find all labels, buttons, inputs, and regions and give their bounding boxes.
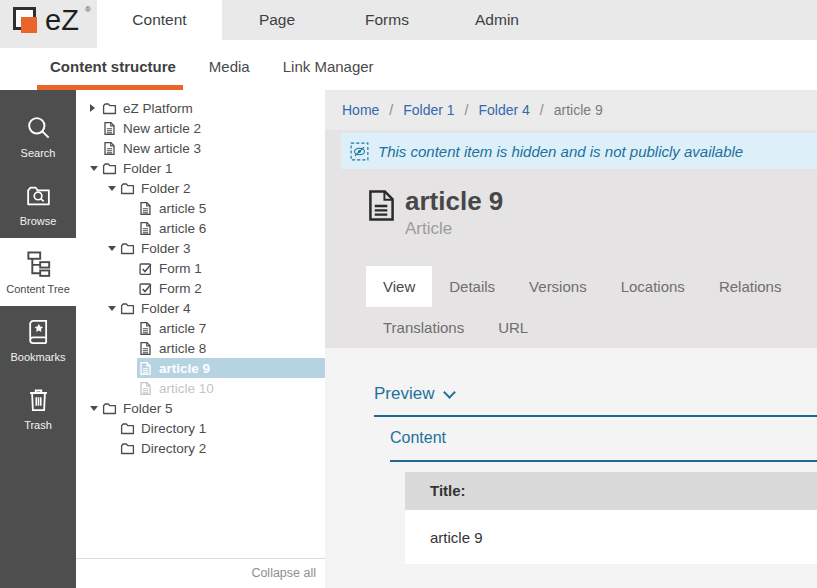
article-icon [368, 189, 395, 222]
field-name-title: Title: [405, 472, 817, 510]
breadcrumb-home[interactable]: Home [342, 102, 379, 118]
article-icon [102, 121, 117, 136]
top-tab-forms[interactable]: Forms [332, 0, 442, 40]
tree-item-content: article 6 [137, 218, 325, 238]
tree-item[interactable]: Folder 2 [76, 178, 325, 198]
tree-item-content: New article 3 [101, 138, 325, 158]
tree-item[interactable]: article 8 [76, 338, 325, 358]
tree-item-content: Form 2 [137, 278, 325, 298]
tree-item[interactable]: Folder 4 [76, 298, 325, 318]
logo-text: eZ [45, 4, 79, 37]
view-section: Preview Content Title: article 9 [325, 348, 817, 588]
article-icon [138, 221, 153, 236]
sidebar-item-label: Bookmarks [0, 351, 76, 363]
breadcrumb-folder-4[interactable]: Folder 4 [479, 102, 530, 118]
content-tree: eZ PlatformNew article 2New article 3Fol… [76, 90, 325, 458]
content-tab-bar: ViewDetailsVersionsLocationsRelationsTra… [325, 266, 817, 348]
hidden-eye-icon [350, 142, 369, 161]
content-tab-relations[interactable]: Relations [702, 266, 799, 307]
tree-item[interactable]: article 5 [76, 198, 325, 218]
tree-item-label: article 8 [159, 341, 206, 356]
browse-icon [25, 182, 52, 209]
content-tab-versions[interactable]: Versions [512, 266, 604, 307]
sidebar-item-label: Trash [0, 419, 76, 431]
tree-down-arrow-icon[interactable] [90, 166, 101, 171]
field-table: Title: article 9 [405, 472, 817, 564]
main-tab-bar: ContentPageFormsAdmin [97, 0, 552, 58]
tree-item[interactable]: Directory 1 [76, 418, 325, 438]
breadcrumb-folder-1[interactable]: Folder 1 [403, 102, 454, 118]
tree-item-content: article 8 [137, 338, 325, 358]
tree-item-label: article 5 [159, 201, 206, 216]
tree-item[interactable]: Form 2 [76, 278, 325, 298]
preview-toggle[interactable]: Preview [374, 384, 817, 417]
tree-item[interactable]: Form 1 [76, 258, 325, 278]
content-type-label: Article [405, 219, 503, 239]
top-tab-content[interactable]: Content [97, 0, 222, 58]
article-icon [138, 321, 153, 336]
sidebar-item-browse[interactable]: Browse [0, 170, 76, 238]
tree-item[interactable]: article 9 [76, 358, 325, 378]
tree-item-label: eZ Platform [123, 101, 193, 116]
tree-item-content: article 5 [137, 198, 325, 218]
tree-item-content: Folder 3 [119, 238, 325, 258]
sidebar-item-trash[interactable]: Trash [0, 374, 76, 442]
folder-icon [120, 241, 135, 256]
tree-item-label: Folder 2 [141, 181, 191, 196]
folder-icon [102, 161, 117, 176]
folder-icon [120, 441, 135, 456]
content-tab-url[interactable]: URL [481, 307, 545, 348]
collapse-all-button[interactable]: Collapse all [251, 566, 316, 580]
sidebar-item-label: Browse [0, 215, 76, 227]
content-tab-translations[interactable]: Translations [366, 307, 481, 348]
tree-down-arrow-icon[interactable] [108, 246, 119, 251]
sidebar-item-search[interactable]: Search [0, 102, 76, 170]
form-icon [138, 261, 153, 276]
tree-item[interactable]: eZ Platform [76, 98, 325, 118]
bookmarks-icon [25, 318, 52, 345]
tree-item[interactable]: article 10 [76, 378, 325, 398]
article-icon [138, 201, 153, 216]
folder-icon [120, 181, 135, 196]
tree-item-label: Directory 1 [141, 421, 206, 436]
sidebar-item-bookmarks[interactable]: Bookmarks [0, 306, 76, 374]
tree-item[interactable]: Folder 3 [76, 238, 325, 258]
ez-logo[interactable]: eZ ® [0, 0, 97, 48]
form-icon [138, 281, 153, 296]
top-tab-page[interactable]: Page [222, 0, 332, 40]
breadcrumb-separator: / [540, 102, 544, 118]
tree-item[interactable]: Folder 1 [76, 158, 325, 178]
tree-item-label: Folder 3 [141, 241, 191, 256]
tree-item-label: article 9 [159, 361, 210, 376]
tree-item[interactable]: article 6 [76, 218, 325, 238]
top-tab-admin[interactable]: Admin [442, 0, 552, 40]
tree-item[interactable]: Folder 5 [76, 398, 325, 418]
tree-item[interactable]: article 7 [76, 318, 325, 338]
title-block: article 9 Article [368, 186, 817, 239]
tree-item-label: article 7 [159, 321, 206, 336]
sidebar-item-label: Content Tree [0, 283, 76, 295]
content-section-header: Content [390, 429, 817, 462]
sidebar-item-content-tree[interactable]: Content Tree [0, 238, 76, 306]
tree-down-arrow-icon[interactable] [90, 406, 101, 411]
tree-item[interactable]: New article 2 [76, 118, 325, 138]
hidden-content-notice: This content item is hidden and is not p… [341, 133, 817, 169]
breadcrumb: Home/Folder 1/Folder 4/article 9 [325, 90, 817, 130]
tree-item[interactable]: Directory 2 [76, 438, 325, 458]
tree-item-label: Form 1 [159, 261, 202, 276]
chevron-down-icon [444, 386, 457, 399]
tree-item-label: Folder 4 [141, 301, 191, 316]
tree-item-content: Folder 1 [101, 158, 325, 178]
tree-down-arrow-icon[interactable] [108, 306, 119, 311]
content-tab-locations[interactable]: Locations [604, 266, 702, 307]
tree-right-arrow-icon[interactable] [90, 104, 101, 112]
content-tab-details[interactable]: Details [432, 266, 512, 307]
article-icon [138, 381, 153, 396]
content-tab-view[interactable]: View [366, 266, 432, 307]
preview-label: Preview [374, 384, 434, 404]
tree-item-label: article 10 [159, 381, 214, 396]
tree-down-arrow-icon[interactable] [108, 186, 119, 191]
tree-item[interactable]: New article 3 [76, 138, 325, 158]
sidebar-item-label: Search [0, 147, 76, 159]
tree-item-label: Folder 1 [123, 161, 173, 176]
